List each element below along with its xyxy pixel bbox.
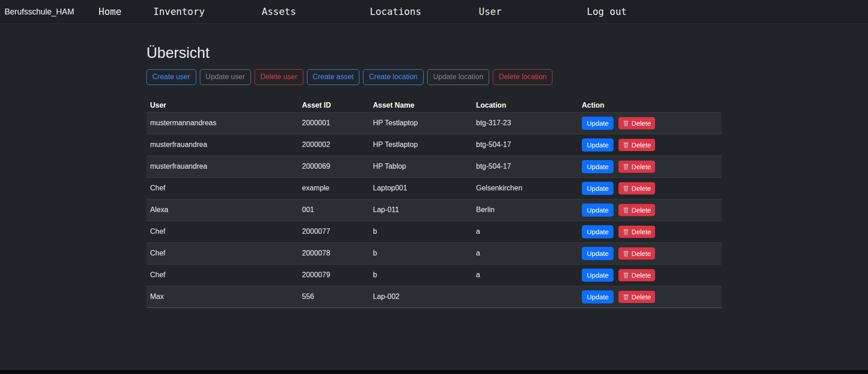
cell-asset-id: 001 (298, 199, 369, 221)
cell-user: Chef (146, 221, 298, 242)
table-header: User Asset ID Asset Name Location Action (146, 99, 722, 113)
cell-asset-name: HP Tablop (369, 156, 472, 177)
cell-location (472, 286, 578, 308)
row-delete-label: Delete (632, 141, 651, 149)
table-row: Chef example Laptop001 Gelsenkirchen Upd… (146, 177, 722, 199)
nav-item-inventory[interactable]: Inventory (153, 6, 262, 17)
cell-location: btg-504-17 (472, 156, 578, 177)
cell-location: a (472, 221, 578, 242)
toolbar: Create userUpdate userDelete userCreate … (146, 69, 722, 85)
table-row: musterfrauandrea 2000002 HP Testlaptop b… (146, 134, 722, 156)
row-delete-button[interactable]: Delete (618, 269, 655, 281)
cell-user: Chef (146, 242, 298, 264)
trash-icon (623, 120, 629, 127)
cell-asset-name: Laptop001 (369, 177, 472, 199)
cell-action: Update Delete (578, 177, 722, 199)
row-delete-button[interactable]: Delete (618, 247, 655, 260)
cell-asset-name: HP Testlaptop (369, 112, 472, 134)
create-user-button[interactable]: Create user (146, 69, 196, 85)
cell-action: Update Delete (578, 112, 722, 134)
cell-asset-name: b (369, 221, 472, 242)
nav-item-assets[interactable]: Assets (262, 6, 370, 17)
nav-item-locations[interactable]: Locations (370, 6, 479, 17)
cell-asset-id: example (298, 177, 369, 199)
trash-icon (623, 185, 629, 192)
row-delete-button[interactable]: Delete (618, 161, 655, 173)
row-update-button[interactable]: Update (582, 138, 613, 151)
row-delete-button[interactable]: Delete (618, 204, 655, 216)
header-user: User (146, 99, 298, 113)
cell-user: musterfrauandrea (146, 134, 298, 156)
row-delete-label: Delete (632, 271, 651, 279)
window-bottom-edge (0, 370, 868, 374)
main-content: Übersicht Create userUpdate userDelete u… (146, 24, 722, 308)
nav-item-home[interactable]: Home (99, 6, 153, 17)
cell-location: a (472, 264, 578, 286)
navbar: Berufsschule_HAM HomeInventoryAssetsLoca… (0, 0, 868, 24)
table-row: Chef 2000078 b a Update Delete (146, 242, 722, 264)
header-action: Action (578, 99, 722, 113)
table-row: musterfrauandrea 2000069 HP Tablop btg-5… (146, 156, 722, 177)
row-delete-button[interactable]: Delete (618, 291, 655, 303)
row-update-button[interactable]: Update (582, 290, 613, 303)
cell-asset-name: HP Testlaptop (369, 134, 472, 156)
cell-action: Update Delete (578, 286, 722, 308)
row-delete-button[interactable]: Delete (618, 226, 655, 238)
trash-icon (623, 250, 629, 257)
cell-location: a (472, 242, 578, 264)
update-user-button[interactable]: Update user (200, 69, 251, 85)
table-row: Max 556 Lap-002 Update Delete (146, 286, 722, 308)
table-row: Chef 2000079 b a Update Delete (146, 264, 722, 286)
trash-icon (623, 228, 629, 235)
cell-asset-id: 556 (298, 286, 369, 308)
row-update-button[interactable]: Update (582, 160, 613, 173)
nav-item-user[interactable]: User (479, 6, 587, 17)
row-delete-label: Delete (632, 293, 651, 301)
cell-asset-id: 2000077 (298, 221, 369, 242)
trash-icon (623, 272, 629, 279)
create-location-button[interactable]: Create location (363, 69, 424, 85)
cell-user: musterfrauandrea (146, 156, 298, 177)
row-update-button[interactable]: Update (582, 204, 613, 217)
header-location: Location (472, 99, 578, 113)
table-row: Alexa 001 Lap-011 Berlin Update Delete (146, 199, 722, 221)
row-delete-label: Delete (632, 163, 651, 170)
row-update-button[interactable]: Update (582, 269, 613, 282)
cell-action: Update Delete (578, 199, 722, 221)
create-asset-button[interactable]: Create asset (307, 69, 360, 85)
cell-asset-name: b (369, 264, 472, 286)
row-update-button[interactable]: Update (582, 225, 613, 238)
page-title: Übersicht (146, 44, 722, 62)
cell-asset-id: 2000001 (298, 112, 369, 134)
assets-table: User Asset ID Asset Name Location Action… (146, 99, 722, 308)
table-row: mustermannandreas 2000001 HP Testlaptop … (146, 112, 722, 134)
nav-item-log-out[interactable]: Log out (587, 6, 627, 17)
table-body: mustermannandreas 2000001 HP Testlaptop … (146, 112, 722, 308)
brand-link[interactable]: Berufsschule_HAM (5, 7, 74, 17)
cell-location: btg-504-17 (472, 134, 578, 156)
delete-location-button[interactable]: Delete location (493, 69, 552, 85)
cell-action: Update Delete (578, 134, 722, 156)
cell-user: mustermannandreas (146, 112, 298, 134)
cell-asset-name: Lap-002 (369, 286, 472, 308)
row-update-button[interactable]: Update (582, 117, 613, 130)
row-delete-button[interactable]: Delete (618, 139, 655, 151)
row-update-button[interactable]: Update (582, 247, 613, 260)
cell-action: Update Delete (578, 242, 722, 264)
trash-icon (623, 294, 629, 300)
cell-asset-name: b (369, 242, 472, 264)
trash-icon (623, 207, 629, 213)
cell-user: Max (146, 286, 298, 308)
cell-location: Berlin (472, 199, 578, 221)
header-asset-name: Asset Name (369, 99, 472, 113)
row-delete-button[interactable]: Delete (618, 117, 655, 129)
cell-location: Gelsenkirchen (472, 177, 578, 199)
cell-asset-id: 2000002 (298, 134, 369, 156)
delete-user-button[interactable]: Delete user (255, 69, 303, 85)
cell-user: Alexa (146, 199, 298, 221)
cell-location: btg-317-23 (472, 112, 578, 134)
row-update-button[interactable]: Update (582, 182, 613, 195)
update-location-button[interactable]: Update location (427, 69, 489, 85)
cell-asset-name: Lap-011 (369, 199, 472, 221)
row-delete-button[interactable]: Delete (618, 182, 655, 194)
